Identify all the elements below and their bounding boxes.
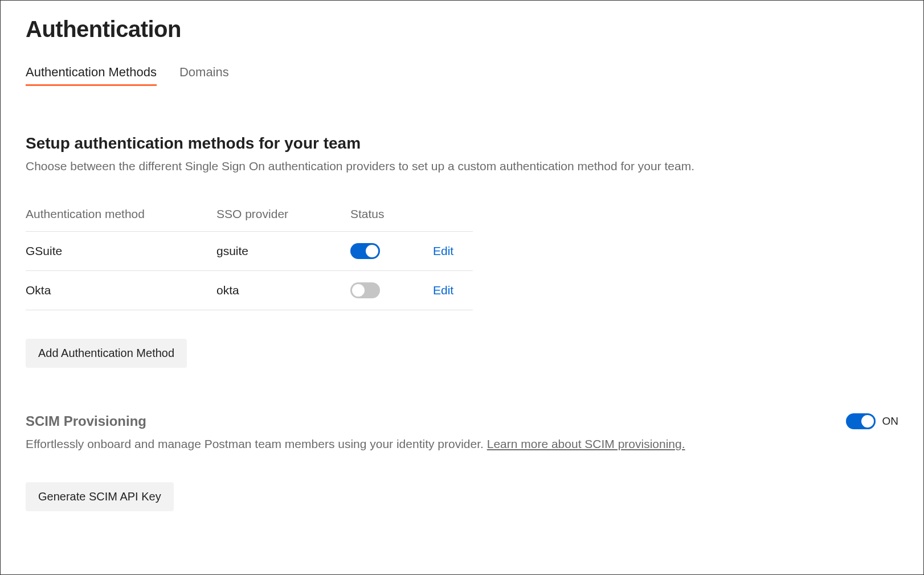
table-row: GSuite gsuite Edit	[26, 232, 473, 271]
header-provider: SSO provider	[216, 207, 350, 221]
scim-title: SCIM Provisioning	[26, 413, 146, 429]
learn-more-link[interactable]: Learn more about SCIM provisioning.	[487, 437, 685, 450]
scim-toggle[interactable]	[846, 413, 876, 429]
add-authentication-method-button[interactable]: Add Authentication Method	[26, 339, 187, 368]
section-heading: Setup authentication methods for your te…	[26, 134, 898, 153]
row-provider: gsuite	[216, 244, 350, 258]
scim-description-text: Effortlessly onboard and manage Postman …	[26, 437, 487, 450]
table-row: Okta okta Edit	[26, 271, 473, 310]
section-description: Choose between the different Single Sign…	[26, 159, 898, 173]
page-title: Authentication	[26, 17, 898, 42]
row-method: Okta	[26, 284, 216, 297]
generate-scim-api-key-button[interactable]: Generate SCIM API Key	[26, 482, 174, 511]
edit-link[interactable]: Edit	[433, 284, 453, 297]
toggle-knob	[352, 284, 365, 297]
toggle-knob	[366, 245, 378, 257]
scim-toggle-label: ON	[882, 415, 899, 428]
scim-description: Effortlessly onboard and manage Postman …	[26, 437, 898, 451]
tabs: Authentication Methods Domains	[26, 65, 898, 86]
tab-authentication-methods[interactable]: Authentication Methods	[26, 65, 157, 86]
status-toggle[interactable]	[350, 282, 380, 298]
auth-methods-table: Authentication method SSO provider Statu…	[26, 207, 473, 310]
header-status: Status	[350, 207, 433, 221]
edit-link[interactable]: Edit	[433, 244, 453, 257]
tab-domains[interactable]: Domains	[179, 65, 229, 86]
row-method: GSuite	[26, 244, 216, 258]
table-header: Authentication method SSO provider Statu…	[26, 207, 473, 232]
scim-section: SCIM Provisioning ON Effortlessly onboar…	[26, 413, 898, 511]
status-toggle[interactable]	[350, 243, 380, 259]
toggle-knob	[861, 415, 874, 428]
header-method: Authentication method	[26, 207, 216, 221]
row-provider: okta	[216, 284, 350, 297]
